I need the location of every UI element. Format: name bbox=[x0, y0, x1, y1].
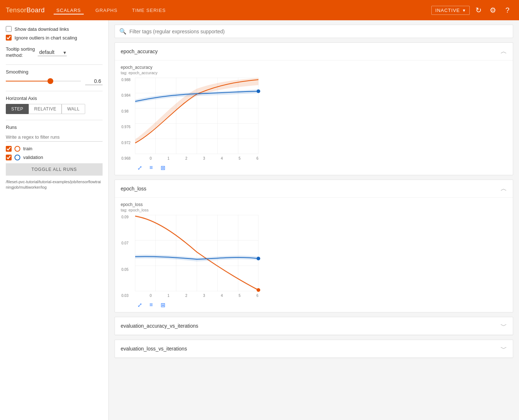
content-area: 🔍 epoch_accuracy ︿ epoch_accuracy tag: e… bbox=[109, 20, 519, 420]
list-icon[interactable]: ≡ bbox=[147, 163, 155, 172]
search-bar: 🔍 bbox=[115, 25, 513, 38]
epoch-accuracy-body: epoch_accuracy tag: epoch_accuracy 0.988… bbox=[115, 60, 513, 175]
run-validation-checkbox[interactable] bbox=[6, 155, 12, 160]
run-item-train: train bbox=[6, 146, 103, 152]
epoch-accuracy-title: epoch_accuracy bbox=[121, 49, 158, 54]
help-icon[interactable]: ? bbox=[502, 4, 513, 16]
divider-3 bbox=[6, 120, 103, 120]
epoch-loss-collapse-icon[interactable]: ︿ bbox=[501, 184, 507, 193]
epoch-loss-header: epoch_loss ︿ bbox=[115, 180, 513, 198]
run-validation-circle bbox=[14, 155, 20, 160]
epoch-loss-title: epoch_loss bbox=[121, 186, 146, 192]
settings-icon[interactable]: ⚙ bbox=[487, 4, 499, 16]
epoch-accuracy-subtitle: epoch_accuracy bbox=[121, 65, 507, 70]
toggle-all-button[interactable]: TOGGLE ALL RUNS bbox=[6, 163, 103, 176]
ignore-outliers-label: Ignore outliers in chart scaling bbox=[14, 35, 77, 41]
tooltip-row: Tooltip sortingmethod: default ▾ bbox=[6, 46, 103, 59]
runs-section: Runs train validation TOGGLE ALL RUNS /f… bbox=[6, 125, 103, 190]
status-dropdown[interactable]: INACTIVE ▾ bbox=[431, 6, 470, 15]
main-layout: Show data download links Ignore outliers… bbox=[0, 20, 519, 420]
epoch-loss-panel: epoch_loss ︿ epoch_loss tag: epoch_loss … bbox=[115, 180, 513, 312]
data-download-section: Show data download links Ignore outliers… bbox=[6, 26, 103, 41]
epoch-loss-subtitle: epoch_loss bbox=[121, 202, 507, 207]
header: TensorBoard SCALARS GRAPHS TIME SERIES I… bbox=[0, 0, 519, 20]
epoch-loss-y-axis: 0.09 0.07 0.05 0.03 bbox=[121, 215, 128, 298]
expand-loss-icon[interactable]: ⤢ bbox=[135, 301, 144, 309]
search-icon: 🔍 bbox=[119, 28, 126, 35]
eval-loss-panel: evaluation_loss_vs_iterations ﹀ bbox=[115, 340, 513, 358]
svg-point-25 bbox=[257, 288, 260, 292]
epoch-loss-chart-container: 0.09 0.07 0.05 0.03 bbox=[121, 215, 507, 298]
runs-label: Runs bbox=[6, 125, 103, 130]
smoothing-slider[interactable] bbox=[6, 81, 81, 81]
axis-wall-button[interactable]: WALL bbox=[62, 104, 85, 114]
tooltip-section: Tooltip sortingmethod: default ▾ bbox=[6, 46, 103, 59]
run-path: /fileset-pvc-tutorial/tutorial-examples/… bbox=[6, 179, 103, 190]
eval-accuracy-title: evaluation_accuracy_vs_iterations bbox=[121, 323, 198, 329]
runs-filter-input[interactable] bbox=[6, 133, 103, 142]
expand-icon[interactable]: ⤢ bbox=[135, 163, 144, 172]
nav-time-series[interactable]: TIME SERIES bbox=[129, 6, 169, 14]
show-download-label: Show data download links bbox=[14, 26, 69, 32]
axis-buttons: STEP RELATIVE WALL bbox=[6, 104, 103, 114]
show-download-row: Show data download links bbox=[6, 26, 103, 32]
logo: TensorBoard bbox=[6, 7, 45, 14]
smoothing-value-input[interactable]: 0.6 bbox=[85, 77, 103, 85]
tooltip-dropdown-wrapper: default ▾ bbox=[38, 49, 67, 56]
eval-accuracy-panel: evaluation_accuracy_vs_iterations ﹀ bbox=[115, 317, 513, 335]
tooltip-dropdown[interactable]: default bbox=[38, 49, 67, 56]
smoothing-row: 0.6 bbox=[6, 77, 103, 85]
smoothing-label: Smoothing bbox=[6, 69, 103, 75]
axis-step-button[interactable]: STEP bbox=[6, 104, 29, 114]
epoch-accuracy-header: epoch_accuracy ︿ bbox=[115, 43, 513, 60]
tooltip-label: Tooltip sortingmethod: bbox=[6, 46, 35, 59]
ignore-outliers-checkbox[interactable] bbox=[6, 35, 12, 41]
logo-tensor: Tensor bbox=[6, 7, 26, 14]
show-download-checkbox[interactable] bbox=[6, 26, 12, 32]
run-validation-label: validation bbox=[23, 155, 43, 160]
epoch-accuracy-collapse-icon[interactable]: ︿ bbox=[501, 47, 507, 56]
eval-accuracy-collapse-icon[interactable]: ﹀ bbox=[501, 322, 507, 330]
logo-board: Board bbox=[26, 7, 45, 14]
epoch-accuracy-x-axis: 0 1 2 3 4 5 6 bbox=[150, 155, 258, 160]
status-label: INACTIVE bbox=[435, 8, 460, 13]
svg-point-26 bbox=[257, 257, 260, 260]
smoothing-section: Smoothing 0.6 bbox=[6, 69, 103, 85]
epoch-accuracy-svg bbox=[135, 78, 258, 154]
run-train-label: train bbox=[23, 146, 32, 151]
eval-loss-header: evaluation_loss_vs_iterations ﹀ bbox=[115, 340, 513, 358]
run-train-checkbox[interactable] bbox=[6, 146, 12, 152]
divider-1 bbox=[6, 64, 103, 65]
epoch-accuracy-actions: ⤢ ≡ ⊞ bbox=[121, 163, 507, 172]
filter-input[interactable] bbox=[129, 29, 508, 34]
eval-loss-collapse-icon[interactable]: ﹀ bbox=[501, 344, 507, 353]
nav-scalars[interactable]: SCALARS bbox=[54, 6, 84, 14]
epoch-accuracy-chart-wrapper: 0.988 0.984 0.98 0.976 0.972 0.968 bbox=[135, 78, 258, 160]
epoch-accuracy-chart-container: 0.988 0.984 0.98 0.976 0.972 0.968 bbox=[121, 78, 507, 160]
horizontal-axis-label: Horizontal Axis bbox=[6, 96, 103, 101]
epoch-loss-x-axis: 0 1 2 3 4 5 6 bbox=[150, 292, 258, 298]
epoch-loss-tag: tag: epoch_loss bbox=[121, 208, 507, 212]
epoch-loss-svg bbox=[135, 215, 258, 291]
chevron-down-icon: ▾ bbox=[463, 8, 466, 13]
axis-relative-button[interactable]: RELATIVE bbox=[29, 104, 62, 114]
epoch-accuracy-panel: epoch_accuracy ︿ epoch_accuracy tag: epo… bbox=[115, 42, 513, 175]
list-loss-icon[interactable]: ≡ bbox=[147, 301, 155, 309]
run-item-validation: validation bbox=[6, 155, 103, 160]
divider-2 bbox=[6, 91, 103, 91]
horizontal-axis-section: Horizontal Axis STEP RELATIVE WALL bbox=[6, 96, 103, 114]
fit-loss-icon[interactable]: ⊞ bbox=[158, 301, 167, 309]
run-train-circle bbox=[14, 146, 20, 152]
epoch-accuracy-y-axis: 0.988 0.984 0.98 0.976 0.972 0.968 bbox=[121, 78, 130, 160]
epoch-accuracy-tag: tag: epoch_accuracy bbox=[121, 71, 507, 75]
epoch-loss-actions: ⤢ ≡ ⊞ bbox=[121, 301, 507, 309]
sidebar: Show data download links Ignore outliers… bbox=[0, 20, 109, 420]
fit-icon[interactable]: ⊞ bbox=[158, 163, 167, 172]
ignore-outliers-row: Ignore outliers in chart scaling bbox=[6, 35, 103, 41]
eval-loss-title: evaluation_loss_vs_iterations bbox=[121, 346, 187, 352]
svg-point-13 bbox=[257, 89, 260, 93]
refresh-icon[interactable]: ↻ bbox=[473, 4, 484, 16]
nav-graphs[interactable]: GRAPHS bbox=[92, 6, 120, 14]
epoch-loss-body: epoch_loss tag: epoch_loss 0.09 0.07 0.0… bbox=[115, 198, 513, 312]
header-right: INACTIVE ▾ ↻ ⚙ ? bbox=[431, 4, 513, 16]
